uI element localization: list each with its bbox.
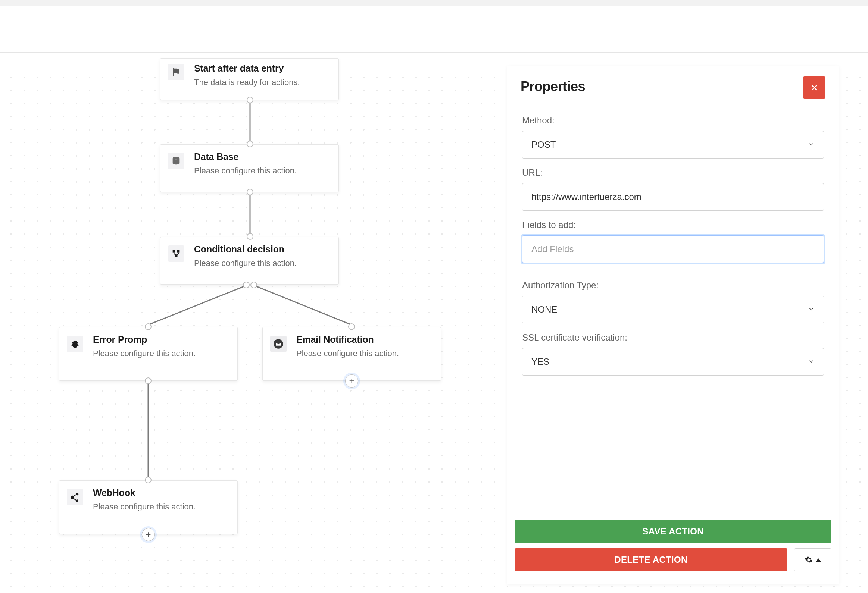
svg-point-5 <box>173 157 180 159</box>
port[interactable] <box>250 282 257 288</box>
auth-label: Authorization Type: <box>522 280 824 291</box>
flag-icon <box>168 64 185 80</box>
node-start[interactable]: Start after data entry The data is ready… <box>160 58 339 100</box>
node-subtitle: The data is ready for actions. <box>194 78 331 87</box>
node-subtitle: Please configure this action. <box>194 259 331 268</box>
node-conditional[interactable]: Conditional decision Please configure th… <box>160 237 339 285</box>
delete-button[interactable]: DELETE ACTION <box>515 548 787 571</box>
node-title: Error Promp <box>93 334 230 345</box>
port[interactable] <box>247 233 253 240</box>
port[interactable] <box>145 377 152 384</box>
share-icon <box>67 489 83 505</box>
port[interactable] <box>145 323 152 330</box>
node-title: Email Notification <box>296 334 433 345</box>
node-title: Conditional decision <box>194 244 331 255</box>
node-error[interactable]: Error Promp Please configure this action… <box>59 327 238 381</box>
auth-select[interactable]: NONE <box>522 296 824 323</box>
url-input[interactable] <box>522 183 824 211</box>
fields-field[interactable] <box>531 244 815 255</box>
top-strip <box>0 0 868 6</box>
chevron-down-icon <box>808 140 815 150</box>
url-label: URL: <box>522 168 824 178</box>
panel-title: Properties <box>521 79 585 94</box>
node-title: Data Base <box>194 152 331 162</box>
node-email[interactable]: Email Notification Please configure this… <box>262 327 441 381</box>
add-child-button[interactable]: + <box>142 528 155 541</box>
add-child-button[interactable]: + <box>345 374 358 387</box>
auth-value: NONE <box>531 304 557 315</box>
port[interactable] <box>145 477 152 483</box>
close-button[interactable] <box>803 77 825 99</box>
mail-icon <box>270 335 286 352</box>
save-label: SAVE ACTION <box>642 526 704 537</box>
gear-icon <box>805 556 813 564</box>
caret-up-icon <box>816 558 821 562</box>
port[interactable] <box>348 323 355 330</box>
properties-panel: Properties Method: POST URL: Fields to a… <box>507 66 839 584</box>
node-subtitle: Please configure this action. <box>93 502 230 512</box>
node-webhook[interactable]: WebHook Please configure this action. <box>59 480 238 534</box>
chevron-down-icon <box>808 304 815 315</box>
node-title: WebHook <box>93 487 230 498</box>
url-field[interactable] <box>531 192 815 202</box>
port[interactable] <box>247 189 253 196</box>
node-database[interactable]: Data Base Please configure this action. <box>160 144 339 192</box>
ssl-select[interactable]: YES <box>522 348 824 375</box>
plus-icon: + <box>349 376 354 385</box>
divider <box>515 511 831 511</box>
node-subtitle: Please configure this action. <box>93 349 230 358</box>
bug-icon <box>67 335 83 352</box>
svg-point-9 <box>273 339 283 349</box>
branch-icon <box>168 246 185 262</box>
close-icon <box>810 84 818 92</box>
port[interactable] <box>247 97 253 103</box>
delete-label: DELETE ACTION <box>614 555 687 565</box>
database-icon <box>168 153 185 169</box>
svg-rect-6 <box>173 250 176 253</box>
chevron-down-icon <box>808 356 815 367</box>
options-button[interactable] <box>794 548 831 571</box>
port[interactable] <box>247 141 253 147</box>
node-title: Start after data entry <box>194 63 331 74</box>
method-value: POST <box>531 140 556 150</box>
ssl-value: YES <box>531 356 549 367</box>
header-bar <box>0 6 868 53</box>
save-button[interactable]: SAVE ACTION <box>515 520 831 543</box>
fields-label: Fields to add: <box>522 220 824 230</box>
svg-rect-7 <box>177 250 180 253</box>
method-label: Method: <box>522 115 824 126</box>
port[interactable] <box>243 282 249 288</box>
fields-input[interactable] <box>522 235 824 263</box>
method-select[interactable]: POST <box>522 131 824 159</box>
ssl-label: SSL certificate verification: <box>522 332 824 343</box>
node-subtitle: Please configure this action. <box>296 349 433 358</box>
plus-icon: + <box>146 530 151 539</box>
node-subtitle: Please configure this action. <box>194 166 331 176</box>
